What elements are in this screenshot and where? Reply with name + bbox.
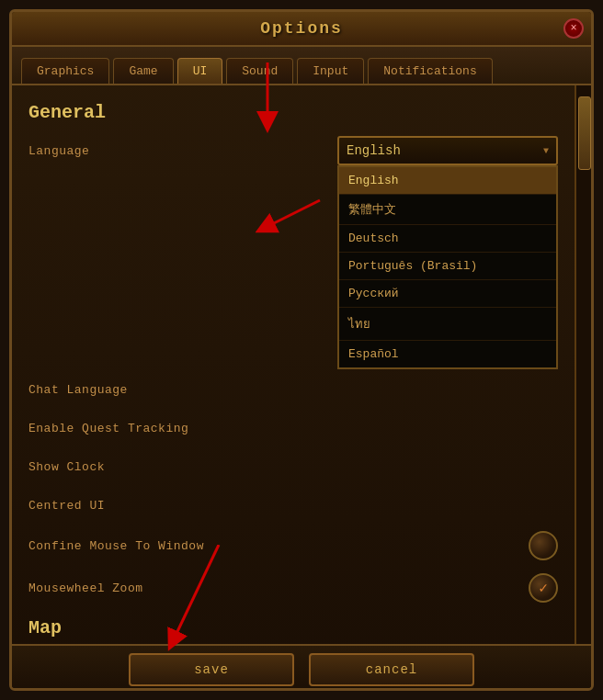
scrollbar-thumb[interactable]: [578, 96, 591, 170]
mousewheel-zoom-row: Mousewheel Zoom: [28, 573, 558, 603]
confine-mouse-label: Confine Mouse To Window: [28, 539, 204, 553]
chat-language-label: Chat Language: [28, 383, 128, 397]
mousewheel-zoom-label: Mousewheel Zoom: [28, 581, 143, 595]
bottom-bar: save cancel: [12, 644, 591, 691]
tabs-bar: Graphics Game UI Sound Input Notificatio…: [12, 47, 591, 85]
option-english[interactable]: English: [339, 167, 556, 195]
language-label: Language: [28, 144, 89, 158]
option-thai[interactable]: ไทย: [339, 308, 556, 341]
settings-panel: General Language English English 繁體中文 De…: [12, 85, 575, 644]
language-dropdown-container: English English 繁體中文 Deutsch Português (…: [337, 136, 558, 165]
confine-mouse-row: Confine Mouse To Window: [28, 531, 558, 560]
quest-tracking-label: Enable Quest Tracking: [28, 422, 188, 435]
close-button[interactable]: ×: [563, 18, 584, 39]
option-russian[interactable]: Русский: [339, 280, 556, 308]
map-section-header: Map: [28, 615, 558, 640]
option-traditional-chinese[interactable]: 繁體中文: [339, 195, 556, 225]
confine-mouse-toggle[interactable]: [529, 531, 558, 560]
window-title: Options: [260, 19, 343, 38]
cancel-button[interactable]: cancel: [309, 653, 474, 686]
general-section-header: General: [28, 100, 558, 125]
tab-notifications[interactable]: Notifications: [368, 58, 492, 84]
tab-game[interactable]: Game: [113, 58, 173, 84]
options-window: Options × Graphics Game UI Sound Input N…: [9, 9, 594, 691]
tab-sound[interactable]: Sound: [226, 58, 293, 84]
close-icon: ×: [570, 22, 576, 35]
option-espanol[interactable]: Español: [339, 341, 556, 367]
option-portuguese[interactable]: Português (Brasil): [339, 253, 556, 280]
map-section: Map Show Corner Map Auto-Center Map Land…: [28, 615, 558, 644]
mousewheel-zoom-toggle[interactable]: [529, 573, 558, 603]
show-clock-label: Show Clock: [28, 460, 105, 474]
option-deutsch[interactable]: Deutsch: [339, 225, 556, 253]
tab-ui[interactable]: UI: [177, 58, 223, 84]
centred-ui-label: Centred UI: [28, 499, 105, 513]
content-area: General Language English English 繁體中文 De…: [12, 85, 591, 644]
save-button[interactable]: save: [129, 653, 294, 686]
language-dropdown[interactable]: English: [337, 136, 558, 165]
show-clock-row: Show Clock: [28, 454, 558, 480]
language-selected-value: English: [347, 143, 401, 158]
language-dropdown-list: English 繁體中文 Deutsch Português (Brasil) …: [337, 165, 558, 369]
tab-input[interactable]: Input: [297, 58, 364, 84]
tab-graphics[interactable]: Graphics: [21, 58, 109, 84]
language-row: Language English English 繁體中文 Deutsch Po…: [28, 136, 558, 165]
title-bar: Options ×: [12, 12, 591, 47]
quest-tracking-row: Enable Quest Tracking: [28, 415, 558, 441]
scrollbar[interactable]: [575, 85, 591, 644]
chat-language-row: Chat Language: [28, 377, 558, 402]
centred-ui-row: Centred UI: [28, 492, 558, 518]
